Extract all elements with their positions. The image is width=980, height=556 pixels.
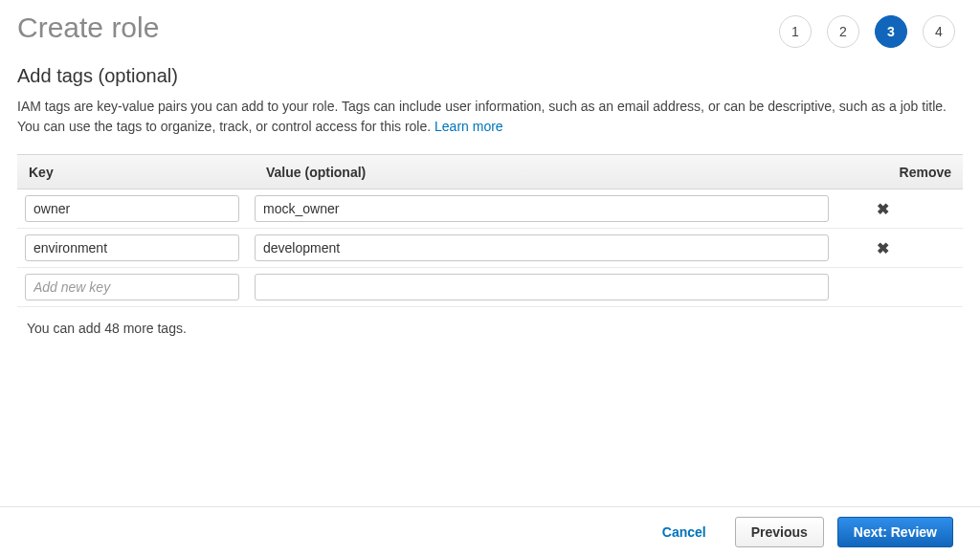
remove-tag-icon[interactable]: ✖ [877,201,889,217]
tags-table-header: Key Value (optional) Remove [17,155,963,189]
column-header-key: Key [17,165,255,180]
wizard-footer: Cancel Previous Next: Review [0,506,980,556]
tag-key-input[interactable] [25,234,239,261]
tag-key-input[interactable] [25,195,239,222]
step-4[interactable]: 4 [923,15,955,48]
section-description: IAM tags are key-value pairs you can add… [0,97,980,141]
column-header-remove: Remove [886,165,963,180]
step-3[interactable]: 3 [875,15,907,48]
remove-tag-icon[interactable]: ✖ [877,240,889,256]
page-title: Create role [17,11,159,44]
remaining-tags-text: You can add 48 more tags. [0,307,980,336]
section-heading: Add tags (optional) [0,48,980,97]
step-1[interactable]: 1 [779,15,812,48]
new-tag-key-input[interactable] [25,274,239,300]
step-indicator: 1 2 3 4 [779,11,963,48]
learn-more-link[interactable]: Learn more [434,119,503,134]
tag-row: ✖ [17,189,963,229]
new-tag-value-input[interactable] [255,274,829,300]
previous-button[interactable]: Previous [735,517,824,547]
tag-value-input[interactable] [255,234,829,261]
tag-row: ✖ [17,229,963,268]
tag-row-new [17,268,963,307]
step-2[interactable]: 2 [827,15,859,48]
next-review-button[interactable]: Next: Review [837,517,953,547]
cancel-button[interactable]: Cancel [647,517,722,547]
tags-table: Key Value (optional) Remove ✖ ✖ [17,154,963,307]
tag-value-input[interactable] [255,195,829,222]
column-header-value: Value (optional) [255,165,886,180]
